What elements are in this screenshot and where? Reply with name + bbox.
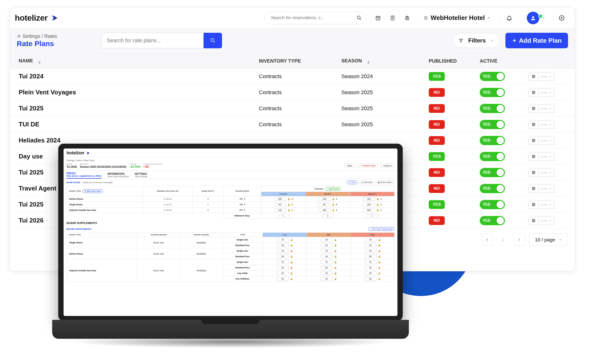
svg-rect-47 <box>532 155 533 156</box>
edit-button[interactable]: ✎ EDIT <box>347 181 358 184</box>
global-search[interactable] <box>264 12 366 24</box>
base-rates-table: ROOM TYPE ✎ Edit room rates MIN/MAX PAX/… <box>66 186 395 219</box>
svg-rect-37 <box>532 109 533 110</box>
row-actions-menu[interactable]: ··· <box>539 200 554 209</box>
rateplan-name: Tui 2025 <box>19 105 259 112</box>
crumb-rates[interactable]: Rates <box>44 33 57 39</box>
grid-view-button[interactable] <box>528 184 539 193</box>
edit-board-supplements-button[interactable]: + Edit board supplements <box>368 227 395 231</box>
svg-rect-12 <box>406 16 408 17</box>
rateplan-name: Plein Vent Voyages <box>19 89 259 96</box>
hotel-selector[interactable]: WebHotelier Hotel <box>419 14 495 22</box>
more-icon: ··· <box>541 217 547 224</box>
next-page-button[interactable] <box>513 234 525 246</box>
current-page: 1 <box>497 234 509 246</box>
active-toggle[interactable]: YES <box>480 136 505 145</box>
row-actions-menu[interactable]: ··· <box>539 72 554 81</box>
grid-view-button[interactable] <box>528 200 539 209</box>
grid-view-button[interactable] <box>528 88 539 97</box>
add-period-button[interactable]: + Add Period <box>325 187 341 191</box>
svg-rect-50 <box>534 157 535 158</box>
col-active[interactable]: ACTIVE <box>480 58 497 64</box>
published-badge: NO <box>429 136 445 145</box>
more-icon: ··· <box>541 73 547 80</box>
row-actions-menu[interactable]: ··· <box>539 152 554 161</box>
chevron-down-icon <box>549 171 552 174</box>
plan-season: Season 2025 (01/01/2025-31/12/2025) <box>80 165 126 168</box>
active-toggle[interactable]: YES <box>480 216 505 225</box>
col-inventory[interactable]: INVENTORY TYPE <box>259 58 301 64</box>
user-menu[interactable] <box>523 12 549 24</box>
row-actions-menu[interactable]: ··· <box>539 168 554 177</box>
grid-icon <box>532 187 535 190</box>
add-rate-plan-button[interactable]: Add Rate Plan <box>505 33 568 48</box>
season: Season 2025 <box>341 105 429 112</box>
active-toggle[interactable]: YES <box>480 152 505 161</box>
per-page-select[interactable]: 10 / page <box>529 233 568 246</box>
tab-settings[interactable]: SETTINGSPlan settings <box>135 173 148 179</box>
edit-room-rates-button[interactable]: ✎ Edit room rates <box>82 189 103 193</box>
global-search-input[interactable] <box>271 15 356 21</box>
active-toggle[interactable]: YES <box>480 200 505 209</box>
actions-menu[interactable]: Actions ▾ <box>381 164 395 168</box>
active-toggle[interactable]: YES <box>480 88 505 97</box>
col-name[interactable]: NAME <box>19 58 33 63</box>
row-actions-menu[interactable]: ··· <box>539 88 554 97</box>
publish-rates-button[interactable]: ✓ Publish Rates <box>357 164 378 168</box>
grid-view-button[interactable] <box>528 136 539 145</box>
grid-view-button[interactable] <box>528 72 539 81</box>
season: Season 2025 <box>341 89 429 96</box>
col-published[interactable]: PUBLISHED <box>429 58 457 64</box>
row-actions-menu[interactable]: ··· <box>539 216 554 225</box>
row-actions-menu[interactable]: ··· <box>539 104 554 113</box>
grid-view-button[interactable] <box>528 104 539 113</box>
rateplan-name: Heliades 2024 <box>19 137 259 144</box>
active-toggle[interactable]: YES <box>480 168 505 177</box>
table-row[interactable]: Plein Vent Voyages Contracts Season 2025… <box>10 84 575 100</box>
gear-icon <box>17 34 21 38</box>
row-actions-menu[interactable]: ··· <box>539 184 554 193</box>
chevron-down-icon <box>549 139 552 142</box>
tab-information[interactable]: INFORMATIONBasic plan information <box>107 173 129 179</box>
rateplan-search-button[interactable] <box>204 33 222 48</box>
preview-button[interactable]: ◎ PREVIEW <box>359 181 374 184</box>
lock-icon: 🔒 <box>334 272 337 274</box>
published-badge: NO <box>429 216 445 225</box>
rateplan-search-input[interactable] <box>102 33 204 48</box>
row-actions-menu[interactable]: ··· <box>539 136 554 145</box>
col-season[interactable]: SEASON <box>341 58 362 63</box>
building-icon[interactable] <box>400 11 414 25</box>
sort-icon[interactable]: ▲▼ <box>367 60 370 64</box>
filters-button[interactable]: Filters <box>453 33 500 48</box>
calendar-icon[interactable] <box>371 11 385 25</box>
chevron-down-icon <box>549 91 552 94</box>
active-toggle[interactable]: YES <box>480 184 505 193</box>
grid-view-button[interactable] <box>528 168 539 177</box>
table-row[interactable]: Tui 2024 Contracts Season 2024 YES YES ·… <box>10 68 575 84</box>
grid-icon <box>532 139 535 142</box>
sort-icon[interactable]: ▲▼ <box>38 60 41 64</box>
active-toggle[interactable]: YES <box>480 120 505 129</box>
invoice-icon[interactable] <box>385 11 400 25</box>
notifications-button[interactable] <box>499 15 519 21</box>
lock-icon: 🔒 <box>378 255 381 258</box>
grid-view-button[interactable] <box>528 216 539 225</box>
active-toggle[interactable]: YES <box>480 104 505 113</box>
save-button[interactable]: Save <box>345 164 354 168</box>
prev-page-button[interactable] <box>481 234 493 246</box>
grid-view-button[interactable] <box>528 152 539 161</box>
add-button[interactable] <box>553 15 570 21</box>
row-actions-menu[interactable]: ··· <box>539 120 554 129</box>
rate-sheet-button[interactable]: ▦ RATE SHEET <box>376 181 395 184</box>
crumb-settings[interactable]: Settings <box>23 33 40 39</box>
active-toggle[interactable]: YES <box>480 72 505 81</box>
filter-icon <box>459 38 463 43</box>
table-row[interactable]: Tui 2025 Contracts Season 2025 NO YES ··… <box>10 100 575 116</box>
lock-icon: 🔒 <box>378 239 381 241</box>
table-row[interactable]: TUI DE Contracts Season 2025 NO YES ··· <box>10 116 575 132</box>
grid-view-button[interactable] <box>528 120 539 129</box>
lock-icon: 🔒 <box>332 198 335 200</box>
hotel-name-text: WebHotelier Hotel <box>431 14 485 22</box>
grid-icon <box>532 107 535 110</box>
tab-prices[interactable]: PRICESPlan prices, supplements & offers <box>66 172 102 179</box>
